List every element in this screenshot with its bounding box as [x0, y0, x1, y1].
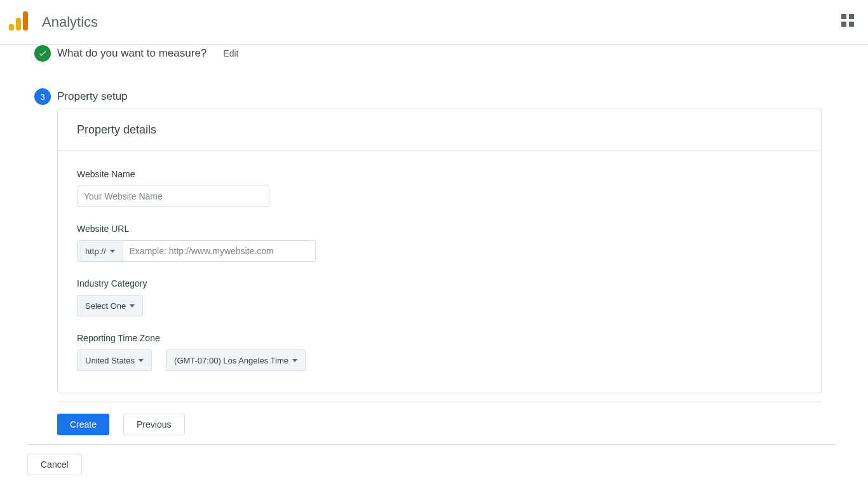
chevron-down-icon	[110, 250, 115, 253]
app-header: Analytics	[0, 0, 868, 45]
chevron-down-icon	[139, 359, 144, 362]
industry-value: Select One	[85, 301, 126, 311]
website-name-label: Website Name	[77, 169, 802, 179]
edit-step-link[interactable]: Edit	[223, 48, 238, 58]
app-title: Analytics	[42, 14, 98, 30]
timezone-country-select[interactable]: United States	[77, 349, 152, 371]
chevron-down-icon	[292, 359, 297, 362]
protocol-select[interactable]: http://	[77, 240, 123, 262]
step-measure: What do you want to measure? Edit	[34, 45, 868, 62]
timezone-country-value: United States	[85, 356, 135, 365]
apps-grid-icon[interactable]	[841, 14, 854, 27]
timezone-label: Reporting Time Zone	[77, 333, 802, 343]
step-current-badge: 3	[34, 88, 51, 105]
industry-label: Industry Category	[77, 278, 802, 288]
timezone-tz-select[interactable]: (GMT-07:00) Los Angeles Time	[166, 349, 306, 371]
website-url-input[interactable]	[123, 240, 316, 262]
step-complete-badge	[34, 45, 51, 62]
timezone-tz-value: (GMT-07:00) Los Angeles Time	[174, 356, 288, 365]
check-icon	[38, 49, 47, 58]
step-measure-title: What do you want to measure?	[57, 47, 207, 60]
industry-select[interactable]: Select One	[77, 295, 143, 316]
website-url-label: Website URL	[77, 224, 802, 234]
protocol-value: http://	[85, 247, 106, 256]
create-button[interactable]: Create	[57, 414, 109, 435]
step-property-setup: 3 Property setup	[34, 88, 868, 105]
analytics-logo-icon	[9, 11, 28, 30]
step-number: 3	[40, 92, 44, 102]
step-property-title: Property setup	[57, 90, 128, 103]
footer-row: Cancel	[27, 444, 836, 475]
website-name-input[interactable]	[77, 186, 269, 207]
action-row: Create Previous	[57, 402, 822, 444]
property-details-card: Property details Website Name Website UR…	[57, 109, 822, 393]
previous-button[interactable]: Previous	[123, 414, 184, 435]
card-title: Property details	[58, 109, 821, 151]
cancel-button[interactable]: Cancel	[27, 454, 82, 475]
chevron-down-icon	[130, 304, 135, 308]
